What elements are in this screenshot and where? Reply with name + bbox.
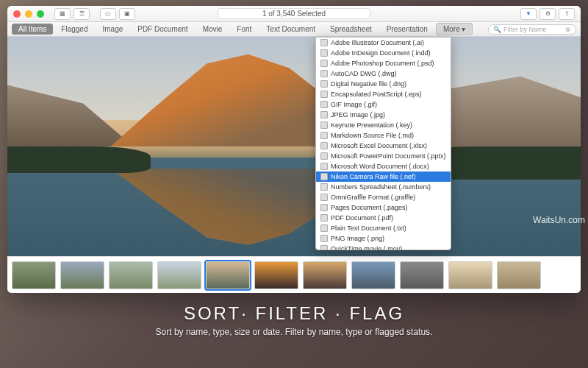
thumbnail[interactable] xyxy=(254,261,298,289)
preview-image xyxy=(7,37,581,256)
file-icon xyxy=(320,194,328,201)
dropdown-item[interactable]: AutoCAD DWG (.dwg) xyxy=(316,68,451,79)
watermark: WaitsUn.com xyxy=(530,213,588,227)
file-icon xyxy=(320,80,328,88)
dropdown-item-label: Pages Document (.pages) xyxy=(331,204,408,211)
dropdown-item-label: Microsoft PowerPoint Document (.pptx) xyxy=(331,152,446,160)
file-icon xyxy=(320,91,328,98)
dropdown-item[interactable]: Keynote Presentation (.key) xyxy=(316,120,451,130)
filter-chip-spreadsheet[interactable]: Spreadsheet xyxy=(323,24,379,35)
dropdown-item[interactable]: Numbers Spreadsheet (.numbers) xyxy=(316,182,451,192)
dropdown-item-label: PDF Document (.pdf) xyxy=(331,214,393,222)
thumbnail-strip xyxy=(7,256,581,293)
grid-view-button[interactable]: ▦ xyxy=(54,8,71,20)
gear-icon[interactable]: ⚙ xyxy=(539,8,556,20)
dropdown-item[interactable]: Adobe Photoshop Document (.psd) xyxy=(316,58,451,68)
file-icon xyxy=(320,224,328,232)
dropdown-item-label: Plain Text Document (.txt) xyxy=(331,224,406,232)
filter-chip-pdf[interactable]: PDF Document xyxy=(131,24,194,35)
thumbnail[interactable] xyxy=(303,261,347,289)
thumbnail-selected[interactable] xyxy=(206,261,250,289)
filter-bar: All Items Flagged Image PDF Document Mov… xyxy=(7,22,581,37)
dropdown-item-label: PNG Image (.png) xyxy=(331,235,384,242)
minimize-button[interactable] xyxy=(25,10,32,18)
file-icon xyxy=(320,163,328,170)
filter-chip-movie[interactable]: Movie xyxy=(196,24,229,35)
file-icon xyxy=(320,60,328,67)
dropdown-item[interactable]: Microsoft Word Document (.docx) xyxy=(316,161,451,171)
filetype-dropdown[interactable]: Adobe Illustrator Document (.ai)Adobe In… xyxy=(315,37,451,250)
file-icon xyxy=(320,235,328,242)
dropdown-item-label: GIF Image (.gif) xyxy=(331,101,377,108)
titlebar: ▦ ☰ ▭ ▣ 1 of 3,540 Selected ▼ ⚙ ⇪ xyxy=(7,6,581,22)
traffic-lights xyxy=(7,10,44,18)
thumbnail[interactable] xyxy=(351,261,395,289)
dropdown-item[interactable]: Microsoft PowerPoint Document (.pptx) xyxy=(316,151,451,161)
toolbar-button[interactable]: ▭ xyxy=(100,8,116,20)
dropdown-item[interactable]: GIF Image (.gif) xyxy=(316,99,451,110)
thumbnail[interactable] xyxy=(157,261,201,289)
filter-chip-image[interactable]: Image xyxy=(96,24,129,35)
list-view-button[interactable]: ☰ xyxy=(74,8,90,20)
filter-chip-text[interactable]: Text Document xyxy=(259,24,322,35)
filter-chip-font[interactable]: Font xyxy=(230,24,258,35)
dropdown-item[interactable]: Encapsulated PostScript (.eps) xyxy=(316,89,451,99)
search-placeholder: Filter by Name xyxy=(503,26,547,33)
toolbar-group-2: ▭ ▣ xyxy=(100,8,135,20)
file-icon xyxy=(320,245,328,250)
dropdown-item[interactable]: Pages Document (.pages) xyxy=(316,202,451,213)
file-icon xyxy=(320,173,328,180)
filter-icon[interactable]: ▼ xyxy=(520,8,537,20)
thumbnail[interactable] xyxy=(448,261,492,289)
clear-icon[interactable]: ⊗ xyxy=(565,26,571,33)
promo-sub: Sort by name, type, size or date. Filter… xyxy=(156,327,433,337)
file-icon xyxy=(320,70,328,77)
view-mode-group: ▦ ☰ xyxy=(54,8,90,20)
dropdown-item-label: Keynote Presentation (.key) xyxy=(331,121,412,129)
dropdown-item-label: Adobe Photoshop Document (.psd) xyxy=(331,60,434,67)
file-icon xyxy=(320,152,328,160)
thumbnail[interactable] xyxy=(12,261,56,289)
dropdown-item[interactable]: Microsoft Excel Document (.xlsx) xyxy=(316,141,451,151)
dropdown-item[interactable]: PNG Image (.png) xyxy=(316,233,451,244)
dropdown-item-label: OmniGraffle Format (.graffle) xyxy=(331,194,415,201)
filter-chip-flagged[interactable]: Flagged xyxy=(54,24,94,35)
dropdown-item[interactable]: Adobe Illustrator Document (.ai) xyxy=(316,38,451,48)
dropdown-item-label: AutoCAD DWG (.dwg) xyxy=(331,70,397,77)
dropdown-item[interactable]: PDF Document (.pdf) xyxy=(316,213,451,223)
dropdown-item[interactable]: Digital Negative file (.dng) xyxy=(316,79,451,89)
dropdown-item[interactable]: Markdown Source File (.md) xyxy=(316,130,451,141)
dropdown-item[interactable]: Nikon Camera Raw file (.nef) xyxy=(316,171,451,182)
zoom-button[interactable] xyxy=(37,10,44,18)
promo-text: SORT· FILTER · FLAG Sort by name, type, … xyxy=(156,303,433,337)
file-icon xyxy=(320,204,328,211)
dropdown-item-label: Adobe InDesign Document (.indd) xyxy=(331,49,431,57)
thumbnail[interactable] xyxy=(497,261,541,289)
dropdown-item[interactable]: Adobe InDesign Document (.indd) xyxy=(316,48,451,58)
dropdown-item[interactable]: OmniGraffle Format (.graffle) xyxy=(316,192,451,202)
dropdown-item[interactable]: QuickTime movie (.mov) xyxy=(316,244,451,250)
file-icon xyxy=(320,121,328,129)
thumbnail[interactable] xyxy=(109,261,153,289)
file-icon xyxy=(320,49,328,57)
share-icon[interactable]: ⇪ xyxy=(559,8,575,20)
filter-more-button[interactable]: More ▾ xyxy=(436,23,473,35)
main-viewer: Adobe Illustrator Document (.ai)Adobe In… xyxy=(7,37,581,256)
filter-chip-all[interactable]: All Items xyxy=(12,24,53,35)
file-icon xyxy=(320,101,328,108)
file-icon xyxy=(320,183,328,191)
thumbnail[interactable] xyxy=(400,261,444,289)
dropdown-item-label: QuickTime movie (.mov) xyxy=(331,245,402,250)
close-button[interactable] xyxy=(13,10,21,18)
search-input[interactable]: 🔍 Filter by Name ⊗ xyxy=(488,24,576,35)
filter-chip-presentation[interactable]: Presentation xyxy=(380,24,434,35)
dropdown-item[interactable]: Plain Text Document (.txt) xyxy=(316,223,451,233)
dropdown-item-label: Numbers Spreadsheet (.numbers) xyxy=(331,183,431,191)
dropdown-item[interactable]: JPEG Image (.jpg) xyxy=(316,110,451,120)
dropdown-item-label: Markdown Source File (.md) xyxy=(331,132,414,139)
dropdown-item-label: Adobe Illustrator Document (.ai) xyxy=(331,39,424,46)
file-icon xyxy=(320,111,328,118)
dropdown-item-label: Encapsulated PostScript (.eps) xyxy=(331,91,422,98)
toolbar-button[interactable]: ▣ xyxy=(119,8,135,20)
thumbnail[interactable] xyxy=(60,261,104,289)
